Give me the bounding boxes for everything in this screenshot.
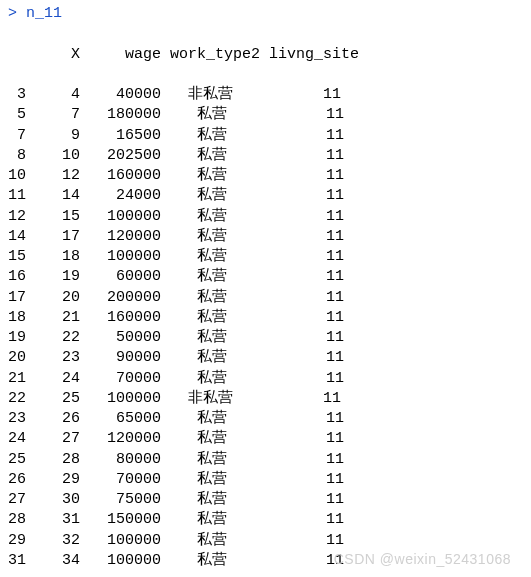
table-row: 8 10 202500 私营 11 [8,146,523,166]
table-row: 27 30 75000 私营 11 [8,490,523,510]
table-row: 14 17 120000 私营 11 [8,227,523,247]
table-row: 20 23 90000 私营 11 [8,348,523,368]
table-row: 23 26 65000 私营 11 [8,409,523,429]
table-row: 18 21 160000 私营 11 [8,308,523,328]
header-row: X wage work_type2 livng_site [8,45,523,65]
table-row: 3 4 40000 非私营 11 [8,85,523,105]
table-row: 25 28 80000 私营 11 [8,450,523,470]
table-row: 12 15 100000 私营 11 [8,207,523,227]
table-row: 21 24 70000 私营 11 [8,369,523,389]
table-row: 22 25 100000 非私营 11 [8,389,523,409]
table-row: 11 14 24000 私营 11 [8,186,523,206]
table-row: 26 29 70000 私营 11 [8,470,523,490]
table-row: 15 18 100000 私营 11 [8,247,523,267]
table-row: 10 12 160000 私营 11 [8,166,523,186]
table-row: 17 20 200000 私营 11 [8,288,523,308]
table-row: 24 27 120000 私营 11 [8,429,523,449]
console-prompt: > n_11 [8,4,523,24]
data-table: X wage work_type2 livng_site 3 4 40000 非… [8,24,523,577]
table-row: 5 7 180000 私营 11 [8,105,523,125]
table-row: 19 22 50000 私营 11 [8,328,523,348]
table-row: 29 32 100000 私营 11 [8,531,523,551]
table-row: 7 9 16500 私营 11 [8,126,523,146]
table-row: 28 31 150000 私营 11 [8,510,523,530]
table-row: 31 34 100000 私营 11 [8,551,523,571]
table-row: 16 19 60000 私营 11 [8,267,523,287]
